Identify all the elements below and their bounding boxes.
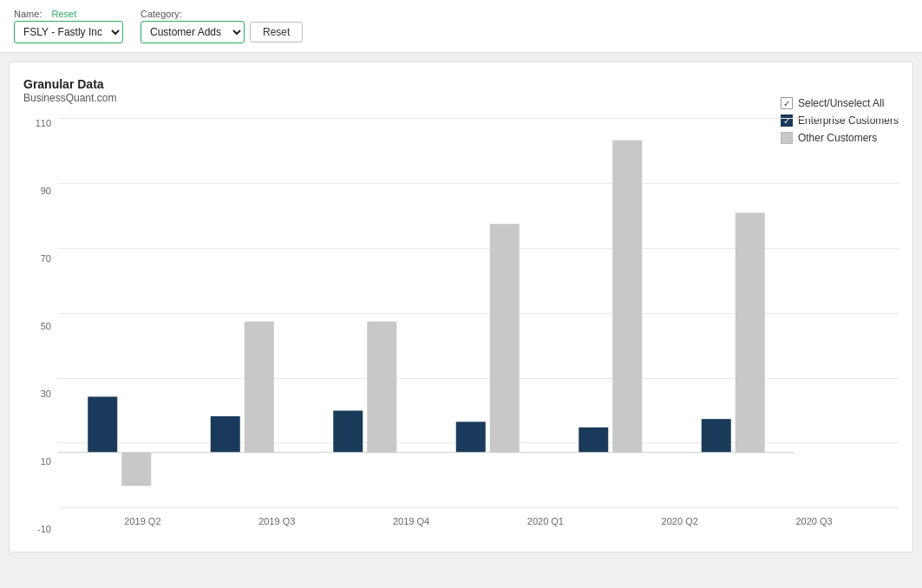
legend-select-all[interactable]: ✓ Select/Unselect All [781, 97, 899, 109]
y-label-neg10: -10 [23, 524, 51, 534]
bar-other-5 [736, 212, 765, 452]
name-select[interactable]: FSLY - Fastly Inc [14, 21, 123, 43]
y-label-70: 70 [23, 253, 51, 264]
y-label-90: 90 [23, 186, 51, 196]
chart-subtitle: BusinessQuant.com [23, 92, 899, 104]
chart-svg [58, 118, 794, 508]
select-all-checkbox[interactable]: ✓ [781, 97, 793, 109]
x-label-2019q3: 2019 Q3 [242, 516, 311, 526]
bar-other-1 [245, 322, 274, 453]
bar-other-0 [121, 453, 151, 487]
chart-area: 110 90 70 50 30 10 -10 2019 Q2 2019 Q [23, 118, 899, 534]
bar-other-3 [490, 224, 520, 453]
category-label: Category: [141, 9, 182, 19]
name-field-group: Name: Reset FSLY - Fastly Inc [14, 9, 123, 43]
x-label-2020q3: 2020 Q3 [780, 516, 849, 526]
y-label-110: 110 [23, 118, 51, 128]
bar-enterprise-2 [333, 411, 363, 453]
chart-title: Granular Data [23, 76, 899, 92]
x-label-2020q1: 2020 Q1 [511, 516, 580, 526]
x-label-2019q2: 2019 Q2 [108, 516, 177, 526]
bar-enterprise-4 [579, 428, 608, 453]
name-label: Name: [14, 9, 42, 19]
chart-container: Granular Data BusinessQuant.com ✓ Select… [9, 62, 913, 552]
top-bar: Name: Reset FSLY - Fastly Inc Category: … [0, 0, 922, 53]
bar-enterprise-3 [456, 422, 486, 453]
legend-select-all-label: Select/Unselect All [798, 97, 884, 109]
name-reset-link[interactable]: Reset [51, 9, 76, 19]
chart-plot: 2019 Q2 2019 Q3 2019 Q4 2020 Q1 2020 Q2 … [58, 118, 899, 534]
x-labels: 2019 Q2 2019 Q3 2019 Q4 2020 Q1 2020 Q2 … [58, 508, 899, 534]
category-field-group: Category: Customer Adds Reset [141, 9, 303, 43]
bar-other-4 [612, 140, 642, 453]
category-select[interactable]: Customer Adds [141, 21, 245, 43]
x-label-2020q2: 2020 Q2 [645, 516, 715, 526]
y-label-30: 30 [23, 389, 51, 399]
bar-enterprise-1 [211, 416, 240, 453]
bar-enterprise-0 [88, 397, 117, 453]
y-label-50: 50 [23, 321, 51, 331]
bar-enterprise-5 [702, 419, 731, 453]
bar-other-2 [367, 322, 396, 453]
reset-button[interactable]: Reset [250, 22, 303, 42]
y-label-10: 10 [23, 456, 51, 467]
y-axis: 110 90 70 50 30 10 -10 [23, 118, 58, 534]
x-label-2019q4: 2019 Q4 [376, 516, 446, 526]
